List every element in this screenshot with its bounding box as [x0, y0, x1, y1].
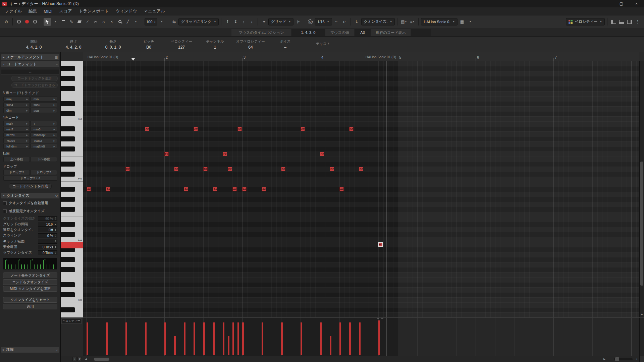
move-down-button[interactable]: ↓ [248, 18, 255, 26]
velocity-bar[interactable] [203, 322, 205, 355]
velocity-bar[interactable] [164, 322, 166, 355]
midi-note[interactable]: A#1 [184, 187, 188, 191]
velocity-bar[interactable] [359, 322, 361, 355]
vertical-scrollbar-thumb[interactable] [640, 162, 643, 286]
info-field-velocity[interactable]: ベロシティー127 [165, 37, 198, 52]
menu-window[interactable]: ウィンドウ [112, 7, 140, 15]
close-button[interactable]: × [629, 0, 644, 7]
midi-note[interactable]: A#1 [106, 187, 110, 191]
insert-velocity-input[interactable]: 100 ▲▼ [145, 18, 157, 25]
chord-type-button[interactable]: 7sus4▶ [3, 138, 30, 143]
tuplet-quantize-input[interactable]: Off▲▼ [38, 228, 57, 232]
piano-key-black[interactable] [61, 257, 75, 262]
swing-quantize-button[interactable]: ~ [333, 18, 340, 26]
velocity-bar-selected[interactable] [378, 320, 380, 355]
piano-keyboard[interactable]: C3C2C1C0 [61, 61, 83, 317]
menu-midi[interactable]: MIDI [40, 8, 56, 15]
info-field-channel[interactable]: チャンネル1 [198, 37, 232, 52]
object-selection-tool[interactable] [44, 18, 51, 26]
lane-preset-dropdown[interactable]: ▼ [77, 357, 82, 361]
midi-note[interactable]: A#1 [87, 187, 91, 191]
horizontal-scrollbar[interactable] [89, 356, 602, 362]
midi-note[interactable]: D2 [359, 167, 363, 171]
velocity-lane[interactable] [83, 318, 639, 356]
section-scale-assistant[interactable]: ▶ スケールアシスタント ▦ [1, 54, 59, 60]
velocity-bar[interactable] [262, 322, 263, 355]
length-link-button[interactable]: ⇆ [170, 18, 178, 26]
info-field-off-velocity[interactable]: オフベロシティー64 [232, 37, 269, 52]
swing-input[interactable]: 0 %▲▼ [38, 233, 57, 238]
midi-note[interactable]: D2 [330, 167, 334, 171]
highlighted-key[interactable] [61, 242, 83, 248]
velocity-bar[interactable] [339, 322, 341, 355]
midi-note[interactable]: A#2 [145, 127, 149, 131]
move-up-button[interactable]: ↑ [240, 18, 247, 26]
minimize-button[interactable]: – [599, 0, 614, 7]
midi-note[interactable]: F2 [320, 152, 324, 156]
velocity-bar[interactable] [237, 322, 239, 355]
nudge-start-left-button[interactable]: ↥ [224, 18, 231, 26]
tool-dropdown[interactable]: ▼ [52, 18, 59, 26]
piano-key-black[interactable] [61, 101, 75, 106]
piano-key-black[interactable] [61, 222, 75, 227]
info-field-voice[interactable]: ボイス– [269, 37, 301, 52]
midi-note[interactable]: A#2 [349, 127, 354, 131]
quantize-note-length-button[interactable]: ノート長をクオンタイズ [3, 273, 57, 278]
section-transpose[interactable]: ▶ 移調 ♪ [1, 347, 59, 353]
piano-key-black[interactable] [61, 126, 75, 131]
chord-type-button[interactable]: aug▶ [31, 108, 57, 113]
quantize-strength-input[interactable]: 60 %▲▼ [38, 216, 57, 221]
stepper-icon[interactable]: ▲▼ [154, 20, 156, 23]
part-list-button[interactable]: ≡▼ [409, 18, 416, 26]
quantize-icon-button[interactable]: Q [307, 18, 314, 26]
section-chord-edit[interactable]: ▼ コードエディット ≡ [1, 61, 59, 67]
length-quantize-dropdown[interactable]: クオンタイズ. ▼ [361, 18, 395, 25]
chord-type-button[interactable]: 上へ移動 [3, 157, 30, 162]
velocity-bar[interactable] [301, 322, 302, 355]
midi-note[interactable]: D2 [228, 167, 232, 171]
chord-type-button[interactable]: maj7▶ [3, 121, 30, 126]
show-left-zone-button[interactable] [610, 18, 617, 26]
trim-tool[interactable]: ∕ [84, 18, 91, 26]
note-display-area[interactable]: A#1A#1D2A#2F2D2A#1A#2D2A#1F2D2A#1A#2A#1A… [83, 61, 639, 317]
add-chord-track-button[interactable]: コードトラックを追加 [11, 76, 58, 81]
midi-note[interactable]: A#1 [339, 187, 344, 191]
velocity-bar[interactable] [281, 322, 283, 355]
line-tool-dropdown[interactable]: ▼ [132, 18, 140, 26]
velocity-bar[interactable] [87, 322, 88, 355]
iterative-quantize-row[interactable]: 感度指定クオンタイズ [3, 209, 57, 214]
velocity-bar[interactable] [349, 322, 351, 355]
menu-transport[interactable]: トランスポート [75, 7, 112, 15]
info-field-length[interactable]: 長さ0. 0. 1. 0 [93, 37, 133, 52]
erase-tool[interactable] [76, 18, 83, 26]
midi-note[interactable]: A#1 [262, 187, 266, 191]
solo-editor-button[interactable] [15, 18, 22, 26]
independent-loop-button[interactable]: ◔ [466, 18, 474, 26]
velocity-bar[interactable] [194, 322, 195, 355]
piano-key-black[interactable] [61, 76, 75, 81]
piano-key-black[interactable] [61, 197, 75, 202]
draw-tool[interactable]: ✎ [68, 18, 75, 26]
velocity-bar[interactable] [320, 322, 322, 355]
record-in-editor-button[interactable] [23, 18, 31, 26]
stepper-icon[interactable]: ▲▼ [54, 229, 57, 232]
reset-quantize-button[interactable]: クオンタイズをリセット [3, 297, 57, 303]
midi-note[interactable]: A#2 [301, 127, 305, 131]
range-selection-tool[interactable] [60, 18, 67, 26]
horizontal-scrollbar-thumb[interactable] [94, 358, 109, 361]
info-field-start[interactable]: 開始4. 4. 1. 0 [14, 37, 54, 52]
velocity-bar[interactable] [106, 322, 108, 355]
piano-key-black[interactable] [61, 86, 75, 91]
zoom-in-vertical-button[interactable]: + [640, 312, 644, 317]
piano-key-black[interactable] [61, 187, 75, 192]
drop-2-4-button[interactable]: ドロップ2 + 4 [3, 176, 57, 181]
midi-note[interactable]: A#1 [232, 187, 237, 191]
zoom-in-button[interactable]: + [634, 356, 639, 362]
menu-manual[interactable]: マニュアル [140, 7, 168, 15]
piano-key-black[interactable] [61, 307, 75, 312]
chord-type-button[interactable]: sus2▶ [31, 102, 57, 107]
pin-button[interactable]: ⊙ [3, 18, 10, 26]
piano-key-black[interactable] [61, 282, 75, 287]
section-quantize[interactable]: ▼ クオンタイズ Q [1, 193, 59, 198]
setup-toolbar-button[interactable]: ⋮ [634, 18, 641, 26]
